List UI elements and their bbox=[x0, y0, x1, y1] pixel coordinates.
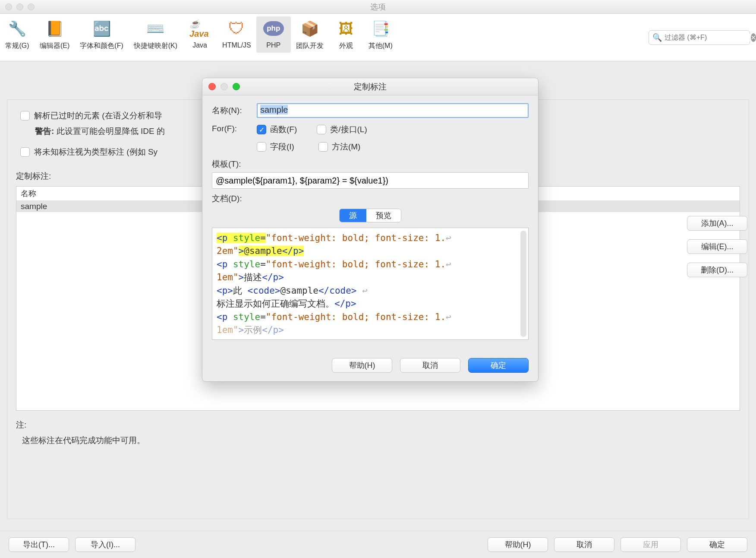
toolbar-label: 外观 bbox=[339, 41, 353, 51]
search-icon: 🔍 bbox=[652, 33, 662, 42]
note-label: 注: bbox=[16, 419, 740, 431]
dialog-cancel-button[interactable]: 取消 bbox=[400, 358, 460, 373]
checkbox-icon[interactable] bbox=[318, 142, 328, 152]
team-icon: 📦 bbox=[299, 18, 320, 39]
toolbar-htmljs[interactable]: 🛡 HTML/JS bbox=[217, 16, 256, 53]
checkbox-icon[interactable] bbox=[257, 142, 266, 152]
side-buttons: 添加(A)... 编辑(E)... 删除(D)... bbox=[687, 216, 747, 277]
template-input[interactable] bbox=[212, 172, 529, 189]
checkbox-icon[interactable] bbox=[317, 125, 326, 134]
parent-window-title: 选项 bbox=[370, 2, 386, 12]
wrench-icon: 🔧 bbox=[7, 18, 28, 39]
zoom-icon[interactable] bbox=[233, 83, 240, 90]
method-checkbox[interactable]: 方法(M) bbox=[318, 141, 360, 152]
toolbar-label: HTML/JS bbox=[222, 41, 251, 49]
doc-code-editor[interactable]: <p style="font-weight: bold; font-size: … bbox=[212, 228, 529, 340]
delete-button[interactable]: 删除(D)... bbox=[687, 263, 747, 277]
checkbox-checked-icon[interactable]: ✓ bbox=[257, 125, 266, 134]
field-checkbox[interactable]: 字段(I) bbox=[257, 141, 294, 152]
toolbar-label: Java bbox=[192, 41, 207, 49]
dialog-ok-button[interactable]: 确定 bbox=[468, 358, 529, 373]
apply-button[interactable]: 应用 bbox=[621, 537, 681, 552]
help-button[interactable]: 帮助(H) bbox=[488, 537, 548, 552]
html5-icon: 🛡 bbox=[226, 18, 247, 39]
doc-label: 文档(D): bbox=[212, 193, 529, 204]
toolbar-fonts[interactable]: 🔤 字体和颜色(F) bbox=[75, 16, 128, 54]
toolbar-team[interactable]: 📦 团队开发 bbox=[291, 16, 329, 54]
checkbox-icon[interactable] bbox=[20, 111, 30, 120]
font-icon: 🔤 bbox=[91, 18, 112, 39]
checkbox-icon[interactable] bbox=[20, 147, 30, 157]
toolbar: 🔧 常规(G) 📙 编辑器(E) 🔤 字体和颜色(F) ⌨️ 快捷键映射(K) … bbox=[0, 14, 756, 61]
toolbar-label: PHP bbox=[266, 41, 280, 49]
for-label: For(F): bbox=[212, 124, 251, 133]
toolbar-label: 编辑器(E) bbox=[40, 41, 69, 51]
traffic-lights bbox=[5, 3, 35, 10]
dialog-footer: 帮助(H) 取消 确定 bbox=[202, 353, 538, 381]
edit-button[interactable]: 编辑(E)... bbox=[687, 239, 747, 254]
dialog-title: 定制标注 bbox=[354, 81, 387, 92]
template-label: 模板(T): bbox=[212, 159, 529, 170]
class-checkbox[interactable]: 类/接口(L) bbox=[317, 124, 367, 135]
documents-gear-icon: 📑 bbox=[370, 18, 391, 39]
toolbar-label: 字体和颜色(F) bbox=[80, 41, 123, 51]
minimize-window-icon[interactable] bbox=[16, 3, 23, 10]
toolbar-label: 其他(M) bbox=[369, 41, 393, 51]
cancel-button[interactable]: 取消 bbox=[554, 537, 614, 552]
function-checkbox[interactable]: ✓ 函数(F) bbox=[257, 124, 297, 135]
note-body: 这些标注在代码完成功能中可用。 bbox=[22, 435, 740, 446]
zoom-window-icon[interactable] bbox=[28, 3, 35, 10]
source-preview-segment[interactable]: 源 预览 bbox=[212, 209, 529, 222]
dialog-titlebar: 定制标注 bbox=[202, 78, 538, 95]
toolbar-general[interactable]: 🔧 常规(G) bbox=[0, 16, 35, 54]
toolbar-label: 常规(G) bbox=[5, 41, 29, 51]
ok-button[interactable]: 确定 bbox=[687, 537, 747, 552]
parent-titlebar: 选项 bbox=[0, 0, 756, 14]
keyboard-icon: ⌨️ bbox=[145, 18, 166, 39]
toolbar-label: 快捷键映射(K) bbox=[134, 41, 177, 51]
segment-preview[interactable]: 预览 bbox=[366, 209, 401, 222]
toolbar-keymap[interactable]: ⌨️ 快捷键映射(K) bbox=[129, 16, 183, 54]
toolbar-misc[interactable]: 📑 其他(M) bbox=[363, 16, 398, 54]
filter-search[interactable]: 🔍 ✕ bbox=[649, 30, 750, 45]
close-icon[interactable] bbox=[208, 83, 216, 90]
custom-annotation-dialog: 定制标注 名称(N): sample For(F): ✓ 函数(F) 类/接口(… bbox=[202, 78, 539, 382]
import-button[interactable]: 导入(I)... bbox=[75, 537, 135, 552]
warning-prefix: 警告: bbox=[35, 127, 54, 136]
bottom-bar: 导出(T)... 导入(I)... 帮助(H) 取消 应用 确定 bbox=[0, 531, 756, 558]
name-label: 名称(N): bbox=[212, 105, 251, 116]
checkbox-label: 解析已过时的元素 (在语义分析和导 bbox=[34, 110, 162, 121]
book-icon: 📙 bbox=[44, 18, 65, 39]
filter-input[interactable] bbox=[665, 34, 751, 41]
php-icon: php bbox=[263, 18, 284, 39]
export-button[interactable]: 导出(T)... bbox=[9, 537, 69, 552]
toolbar-label: 团队开发 bbox=[296, 41, 324, 51]
add-button[interactable]: 添加(A)... bbox=[687, 216, 747, 231]
checkbox-label: 将未知标注视为类型标注 (例如 Sy bbox=[34, 146, 158, 158]
toolbar-php[interactable]: php PHP bbox=[256, 16, 291, 53]
close-window-icon[interactable] bbox=[5, 3, 12, 10]
dialog-help-button[interactable]: 帮助(H) bbox=[332, 358, 392, 373]
java-icon: ☕Java bbox=[189, 18, 210, 39]
toolbar-editor[interactable]: 📙 编辑器(E) bbox=[35, 16, 75, 54]
toolbar-appearance[interactable]: 🖼 外观 bbox=[329, 16, 363, 54]
toolbar-java[interactable]: ☕Java Java bbox=[183, 16, 217, 53]
clear-icon[interactable]: ✕ bbox=[751, 33, 756, 42]
name-input[interactable]: sample bbox=[257, 103, 529, 118]
segment-source[interactable]: 源 bbox=[340, 209, 366, 222]
appearance-icon: 🖼 bbox=[336, 18, 356, 39]
scrollbar[interactable] bbox=[520, 231, 526, 337]
minimize-icon[interactable] bbox=[220, 83, 228, 90]
